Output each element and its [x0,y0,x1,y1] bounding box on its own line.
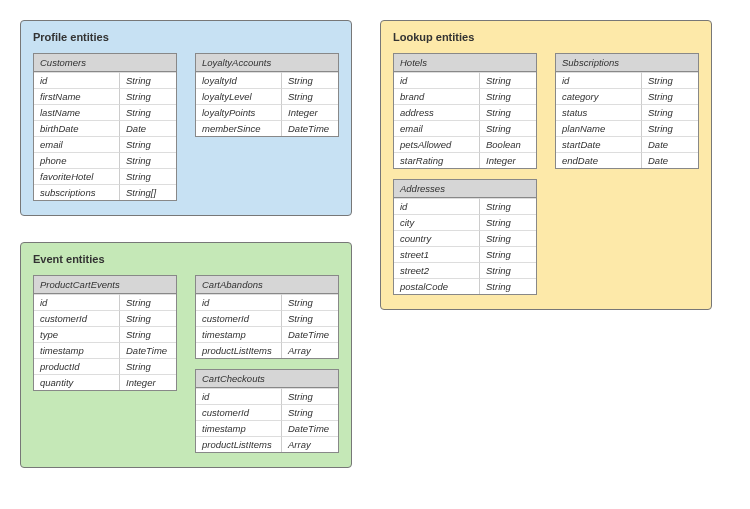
table-header: Subscriptions [556,54,698,72]
group-title-event: Event entities [33,253,339,265]
table-cart-checkouts: CartCheckouts idString customerIdString … [195,369,339,453]
field-name: id [34,72,120,88]
table-addresses: Addresses idString cityString countryStr… [393,179,537,295]
table-header: LoyaltyAccounts [196,54,338,72]
table-header: Addresses [394,180,536,198]
left-column: Profile entities Customers idString firs… [20,20,352,468]
table-hotels: Hotels idString brandString addressStrin… [393,53,537,169]
table-loyalty-accounts: LoyaltyAccounts loyaltyIdString loyaltyL… [195,53,339,137]
group-event-entities: Event entities ProductCartEvents idStrin… [20,242,352,468]
table-customers: Customers idString firstNameString lastN… [33,53,177,201]
table-cart-abandons: CartAbandons idString customerIdString t… [195,275,339,359]
table-header: Customers [34,54,176,72]
field-type: String [120,72,176,88]
group-lookup-entities: Lookup entities Hotels idString brandStr… [380,20,712,310]
table-subscriptions: Subscriptions idString categoryString st… [555,53,699,169]
group-profile-entities: Profile entities Customers idString firs… [20,20,352,216]
table-product-cart-events: ProductCartEvents idString customerIdStr… [33,275,177,391]
erd-canvas: Profile entities Customers idString firs… [20,20,730,468]
table-header: CartCheckouts [196,370,338,388]
group-title-profile: Profile entities [33,31,339,43]
group-title-lookup: Lookup entities [393,31,699,43]
table-header: Hotels [394,54,536,72]
table-header: ProductCartEvents [34,276,176,294]
table-header: CartAbandons [196,276,338,294]
